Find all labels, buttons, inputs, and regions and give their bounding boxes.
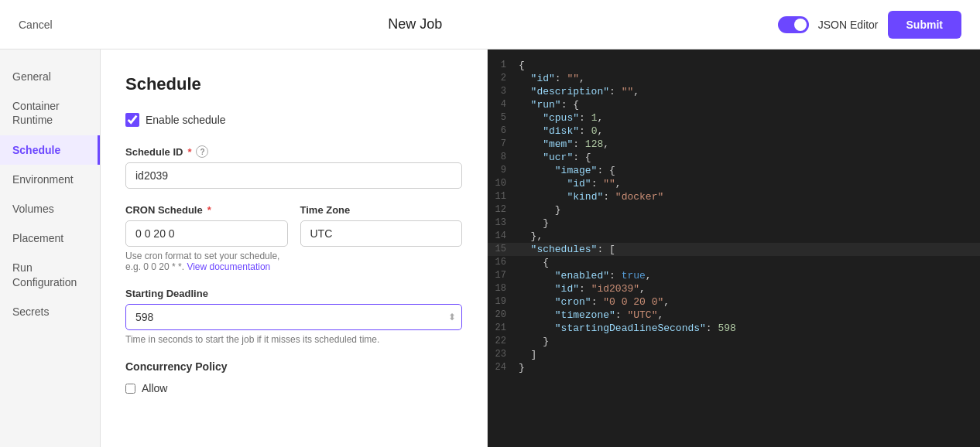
code-line: 17 "enabled": true, xyxy=(488,269,980,282)
line-number: 11 xyxy=(488,191,519,202)
line-number: 3 xyxy=(488,86,519,97)
form-area: Schedule Enable schedule Schedule ID * ?… xyxy=(101,49,488,447)
line-content: "image": { xyxy=(519,165,980,176)
line-number: 7 xyxy=(488,138,519,149)
code-line: 9 "image": { xyxy=(488,164,980,177)
line-number: 24 xyxy=(488,362,519,373)
app-header: Cancel New Job JSON Editor Submit xyxy=(0,0,980,49)
cron-docs-link[interactable]: View documentation xyxy=(187,261,270,272)
schedule-id-label: Schedule ID * ? xyxy=(125,145,462,158)
code-line: 1{ xyxy=(488,59,980,72)
concurrency-title: Concurrency Policy xyxy=(125,360,462,373)
schedule-id-input[interactable] xyxy=(125,162,462,189)
enable-schedule-checkbox[interactable] xyxy=(125,113,139,127)
timezone-field: Time Zone xyxy=(300,204,463,272)
line-content: "run": { xyxy=(519,99,980,111)
code-line: 21 "startingDeadlineSeconds": 598 xyxy=(488,322,980,335)
cron-schedule-input[interactable] xyxy=(125,220,288,247)
line-number: 8 xyxy=(488,152,519,162)
sidebar: General Container Runtime Schedule Envir… xyxy=(0,49,101,447)
cron-schedule-label: CRON Schedule * xyxy=(125,204,288,216)
line-number: 14 xyxy=(488,230,519,241)
starting-deadline-label: Starting Deadline xyxy=(125,288,462,299)
line-number: 10 xyxy=(488,178,519,189)
required-star: * xyxy=(187,146,191,158)
starting-deadline-hint: Time in seconds to start the job if it m… xyxy=(125,334,462,345)
line-content: "disk": 0, xyxy=(519,125,980,137)
code-line: 7 "mem": 128, xyxy=(488,138,980,151)
line-content: "timezone": "UTC", xyxy=(519,309,980,321)
line-content: "id": "", xyxy=(519,73,980,84)
code-line: 5 "cpus": 1, xyxy=(488,111,980,125)
timezone-input[interactable] xyxy=(300,220,463,247)
line-content: } xyxy=(519,336,980,347)
line-number: 18 xyxy=(488,283,519,294)
line-content: "kind": "docker" xyxy=(519,191,980,203)
line-content: }, xyxy=(519,230,980,242)
line-content: "mem": 128, xyxy=(519,138,980,150)
sidebar-item-general[interactable]: General xyxy=(0,62,100,91)
line-content: "schedules": [ xyxy=(519,244,980,255)
line-number: 4 xyxy=(488,99,519,110)
sidebar-item-placement[interactable]: Placement xyxy=(0,224,100,253)
code-line: 16 { xyxy=(488,256,980,269)
cron-timezone-row: CRON Schedule * Use cron format to set y… xyxy=(125,204,462,272)
sidebar-item-schedule[interactable]: Schedule xyxy=(0,135,100,165)
concurrency-section: Concurrency Policy Allow xyxy=(125,360,462,394)
sidebar-item-container-runtime[interactable]: Container Runtime xyxy=(0,91,100,135)
sidebar-item-secrets[interactable]: Secrets xyxy=(0,297,100,326)
starting-deadline-wrapper xyxy=(125,304,462,330)
line-number: 9 xyxy=(488,165,519,176)
line-number: 21 xyxy=(488,322,519,333)
json-editor-panel: 1{2 "id": "",3 "description": "",4 "run"… xyxy=(488,49,980,447)
schedule-id-field: Schedule ID * ? xyxy=(125,145,462,189)
line-number: 15 xyxy=(488,244,519,254)
cron-schedule-field: CRON Schedule * Use cron format to set y… xyxy=(125,204,288,272)
line-number: 22 xyxy=(488,336,519,346)
line-content: "ucr": { xyxy=(519,152,980,163)
allow-checkbox[interactable] xyxy=(125,384,135,394)
enable-schedule-row: Enable schedule xyxy=(125,113,462,127)
line-number: 23 xyxy=(488,349,519,360)
cron-hint: Use cron format to set your schedule, e.… xyxy=(125,251,288,272)
help-icon[interactable]: ? xyxy=(196,145,208,158)
line-content: { xyxy=(519,60,980,71)
code-line: 8 "ucr": { xyxy=(488,151,980,164)
line-content: { xyxy=(519,257,980,268)
line-content: "startingDeadlineSeconds": 598 xyxy=(519,322,980,334)
json-editor-toggle[interactable] xyxy=(778,16,809,33)
code-line: 24} xyxy=(488,361,980,374)
line-content: ] xyxy=(519,349,980,360)
timezone-label: Time Zone xyxy=(300,204,463,216)
sidebar-item-environment[interactable]: Environment xyxy=(0,165,100,194)
json-editor-label: JSON Editor xyxy=(818,19,879,31)
code-line: 3 "description": "", xyxy=(488,85,980,98)
line-content: "cpus": 1, xyxy=(519,112,980,124)
line-number: 16 xyxy=(488,257,519,268)
code-view: 1{2 "id": "",3 "description": "",4 "run"… xyxy=(488,49,980,384)
starting-deadline-input[interactable] xyxy=(125,304,462,330)
code-line: 12 } xyxy=(488,203,980,217)
line-number: 6 xyxy=(488,125,519,136)
sidebar-item-volumes[interactable]: Volumes xyxy=(0,194,100,224)
line-number: 20 xyxy=(488,309,519,320)
line-content: "id": "id2039", xyxy=(519,283,980,295)
code-line: 6 "disk": 0, xyxy=(488,125,980,138)
line-content: } xyxy=(519,204,980,216)
main-layout: General Container Runtime Schedule Envir… xyxy=(0,49,980,447)
line-content: "id": "", xyxy=(519,178,980,189)
line-number: 5 xyxy=(488,112,519,123)
page-title: New Job xyxy=(388,16,442,32)
enable-schedule-label[interactable]: Enable schedule xyxy=(146,114,226,126)
allow-label[interactable]: Allow xyxy=(142,382,167,394)
header-right: JSON Editor Submit xyxy=(778,11,961,39)
cancel-button[interactable]: Cancel xyxy=(19,19,53,31)
code-line: 4 "run": { xyxy=(488,98,980,111)
line-content: } xyxy=(519,217,980,229)
code-line: 18 "id": "id2039", xyxy=(488,282,980,295)
code-line: 20 "timezone": "UTC", xyxy=(488,309,980,322)
code-line: 11 "kind": "docker" xyxy=(488,190,980,203)
sidebar-item-run-configuration[interactable]: Run Configuration xyxy=(0,253,100,296)
line-number: 1 xyxy=(488,60,519,70)
submit-button[interactable]: Submit xyxy=(888,11,961,39)
